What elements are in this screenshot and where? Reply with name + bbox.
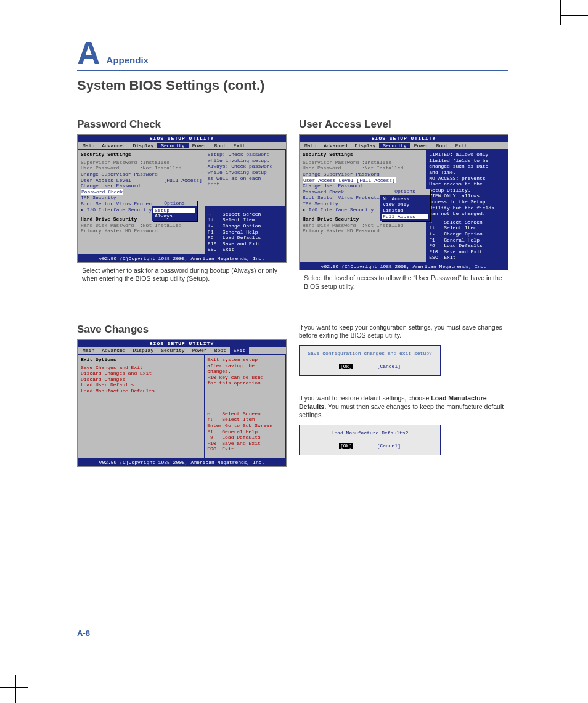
bios-footer: v02.59 (C)Copyright 1985-2005, American … <box>78 459 286 466</box>
bios-help-line: VIEW ONLY: allows <box>429 193 505 199</box>
bios-help-line: Setup Utility. <box>429 187 505 193</box>
bios-help-line: boot. <box>208 181 283 187</box>
bios-help-line: access to the Setup <box>429 199 505 205</box>
bios-nav-line: F1 General Help <box>208 229 283 235</box>
bios-line: Hard Disk Password :Not Installed <box>81 222 202 229</box>
section-title: System BIOS Settings (cont.) <box>77 78 508 94</box>
bios-help-line: Always: Check password <box>208 163 283 169</box>
para2-text: If you want to restore default settings,… <box>299 394 431 402</box>
bios-nav-line: ↔ Select Screen <box>208 211 283 217</box>
bios-menu: Main Advanced Display Security Power Boo… <box>300 142 508 150</box>
bios-menu-item: Display <box>129 143 158 149</box>
bios-menu-item: Power <box>410 143 433 149</box>
bios-menu-item-selected: Security <box>379 143 410 149</box>
save-changes-para2: If you want to restore default settings,… <box>299 394 508 420</box>
bios-highlighted-line: Password Check <box>81 189 123 195</box>
bios-nav-line: ESC Exit <box>429 254 505 261</box>
password-check-heading: Password Check <box>77 118 287 131</box>
bios-nav-line: F9 Load Defaults <box>429 243 505 249</box>
bios-screenshot-user-access: BIOS SETUP UTILITY Main Advanced Display… <box>299 134 508 270</box>
bios-menu-item-selected: Exit <box>230 347 249 354</box>
bios-menu-item-selected: Security <box>157 143 188 149</box>
bios-menu-item: Power <box>189 143 211 149</box>
bios-popup-item-selected: Setup <box>153 208 195 214</box>
bios-popup: Options Setup Always <box>152 200 197 221</box>
bios-menu-item: Boot <box>211 347 230 354</box>
bios-footer: v02.59 (C)Copyright 1985-2005, American … <box>78 255 286 262</box>
bios-line: Primary Master HD Password <box>303 228 423 234</box>
bios-help-line: limited fields to be <box>429 158 505 164</box>
bios-line: Load User Defaults <box>81 382 202 388</box>
bios-menu-item: Advanced <box>98 347 129 354</box>
user-access-heading: User Access Level <box>299 118 508 131</box>
bios-menu-item: Advanced <box>98 143 129 149</box>
dialog-cancel-button: [Cancel] <box>377 443 401 449</box>
bios-popup-item: View Only <box>383 201 427 208</box>
bios-nav-line: +- Change Option <box>429 231 505 237</box>
bios-footer: v02.59 (C)Copyright 1985-2005, American … <box>300 263 508 270</box>
bios-help-text: Exit system setup after saving the chang… <box>207 357 283 386</box>
save-changes-para1: If you want to keep your configuration s… <box>299 323 508 340</box>
bios-nav-line: Enter Go to Sub Screen <box>207 423 283 429</box>
bios-menu-item: Main <box>79 143 98 149</box>
bios-menu-item: Main <box>301 143 320 149</box>
bios-popup-item: Always <box>155 213 194 219</box>
dialog-ok-button: [Ok] <box>339 364 353 369</box>
bios-help-line: while invoking setup. <box>208 158 283 164</box>
dialog-buttons: [Ok] [Cancel] <box>303 364 436 369</box>
bios-nav-line: F10 Save and Exit <box>207 441 283 447</box>
appendix-letter: A <box>77 37 100 69</box>
bios-line: Primary Master HD Password <box>81 228 202 234</box>
bios-nav-line: ESC Exit <box>207 446 283 452</box>
bios-popup-item-selected: Full Access <box>382 214 428 220</box>
bios-help-text: Setup: Check password while invoking set… <box>208 152 283 187</box>
bios-nav-line: F10 Save and Exit <box>208 241 283 247</box>
bios-menu-item: Display <box>129 347 158 354</box>
bios-popup: Options No Access View Only Limited Full… <box>380 189 430 221</box>
bios-help-line: Utility but the fields <box>429 205 505 211</box>
dialog-text: Load Manufacture Defaults? <box>303 430 436 436</box>
bios-help-line: LIMITED: allows only <box>429 152 505 158</box>
bios-help-line: for this operation. <box>207 380 283 386</box>
bios-help-line: as well as on each <box>208 176 283 182</box>
bios-popup-head: Options <box>380 189 430 195</box>
bios-nav-line: ↑↓ Select Item <box>208 217 283 223</box>
bios-screenshot-save-changes: BIOS SETUP UTILITY Main Advanced Display… <box>77 339 287 467</box>
bios-line: User Password :Not Installed <box>81 165 202 171</box>
para2-text: . You must then save changes to keep the… <box>299 403 504 419</box>
bios-nav-help: ↔ Select Screen ↑↓ Select Item +- Change… <box>429 219 505 261</box>
bios-line: Discard Changes <box>81 376 202 383</box>
bios-line: Change User Password <box>81 183 202 189</box>
bios-help-text: LIMITED: allows only limited fields to b… <box>429 152 505 217</box>
appendix-word: Appendix <box>107 55 149 69</box>
bios-line: Change Supervisor Password <box>303 171 423 177</box>
bios-menu-item: Power <box>189 347 211 354</box>
bios-help-line: after saving the <box>207 363 283 369</box>
bios-line: Save Changes and Exit <box>81 365 202 371</box>
bios-line: Hard Disk Password :Not Installed <box>303 222 423 229</box>
bios-title: BIOS SETUP UTILITY <box>78 340 286 347</box>
bios-menu-item: Display <box>351 143 380 149</box>
bios-nav-line: ↔ Select Screen <box>429 219 505 226</box>
bios-nav-line: +- Change Option <box>208 223 283 229</box>
page-number: A-8 <box>77 628 90 638</box>
save-confirm-dialog: Save configuration changes and exit setu… <box>299 345 441 376</box>
bios-help-line: can not be changed. <box>429 211 505 217</box>
save-changes-heading: Save Changes <box>77 323 287 336</box>
bios-help-line: NO ACCESS: prevents <box>429 176 505 182</box>
bios-screenshot-password-check: BIOS SETUP UTILITY Main Advanced Display… <box>77 134 287 263</box>
bios-nav-line: F9 Load Defaults <box>208 235 283 241</box>
dialog-ok-button: [Ok] <box>339 443 353 449</box>
bios-help-line: and Time. <box>429 169 505 176</box>
bios-highlighted-line: User Access Level [Full Access] <box>303 177 396 184</box>
password-check-caption: Select whether to ask for a password dur… <box>77 267 287 283</box>
bios-nav-line: ↑↓ Select Item <box>429 225 505 231</box>
bios-menu-item: Security <box>157 347 188 354</box>
bios-nav-line: F9 Load Defaults <box>207 434 283 441</box>
divider <box>77 306 508 306</box>
bios-line: Discard Changes and Exit <box>81 370 202 376</box>
bios-line: Supervisor Password :Installed <box>81 160 202 166</box>
appendix-header: A Appendix <box>77 37 508 71</box>
bios-nav-line: F10 Save and Exit <box>429 249 505 255</box>
bios-section-head: Security Settings <box>81 152 202 158</box>
